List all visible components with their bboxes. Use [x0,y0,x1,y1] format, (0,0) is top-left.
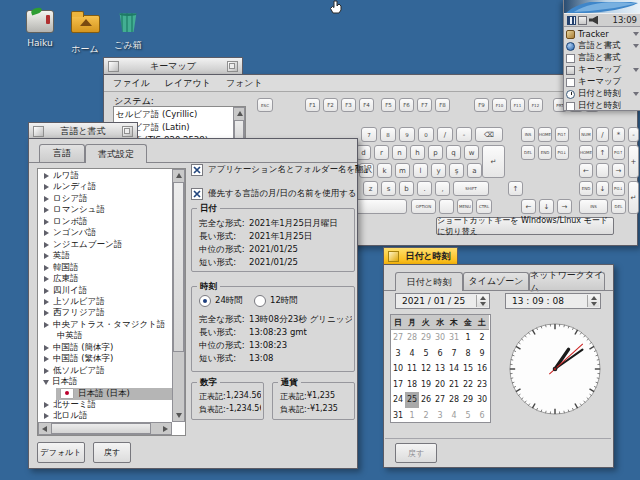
language-list-item[interactable]: 上ソルビア語 [38,296,172,308]
keyboard-key[interactable]: m [395,163,410,178]
keyboard-key[interactable]: l [413,163,428,178]
keyboard-key[interactable]: SHIFT [453,181,489,196]
language-list-item[interactable]: 英語 [38,250,172,262]
desktop-icon-home[interactable]: ホーム [61,7,109,56]
calendar-day[interactable]: 8 [461,346,475,362]
keyboard-key[interactable]: d [356,145,371,160]
haiku-leaf-logo[interactable] [564,0,640,13]
expander-icon[interactable] [633,32,639,36]
month-day-names-checkbox[interactable]: 優先する言語の月/日の名前を使用する [191,188,357,200]
input-method-icon[interactable] [578,16,587,25]
calendar-day[interactable]: 23 [475,377,489,393]
keyboard-key[interactable]: / [596,127,609,142]
calendar-day[interactable]: 13 [433,361,447,377]
keyboard-key[interactable]: F9 [474,98,489,112]
language-list-item[interactable]: ンゴンバ語 [38,227,172,239]
desktop-icon-haiku[interactable]: Haiku [16,7,64,48]
stepper-icon[interactable] [587,295,599,307]
calendar-day[interactable]: 30 [433,330,447,346]
keyboard-key[interactable]: F10 [492,98,507,112]
keyboard-key[interactable]: F5 [381,98,396,112]
keyboard-key[interactable]: F11 [510,98,525,112]
keyboard-key[interactable]: OPTION [411,199,436,214]
calendar-day[interactable]: 7 [447,346,461,362]
keyboard-key[interactable]: 0 [418,127,434,142]
keyboard-key[interactable]: F4 [359,98,374,112]
calendar-day[interactable]: 4 [447,408,461,424]
language-list-item[interactable]: 日本語 (日本) [56,388,172,400]
keyboard-key[interactable]: ESC [257,98,273,112]
keyboard-key[interactable]: END [538,145,552,160]
zoom-icon[interactable] [122,126,133,137]
calendar-day[interactable]: 1 [405,408,419,424]
calendar-day[interactable]: 20 [433,377,447,393]
language-list-item[interactable]: 中央アトラス・タマジクト語 [38,319,172,331]
calendar-day[interactable]: 31 [391,408,405,424]
keyboard-key[interactable]: CTRL [476,199,492,214]
keyboard-key[interactable]: 8 [380,127,396,142]
keyboard-key[interactable]: r [374,145,389,160]
keyboard-key[interactable]: F3 [341,98,356,112]
keyboard-key[interactable]: F8 [435,98,450,112]
keymap-list-item[interactable]: セルビア語 (Cyrillic) [116,109,231,121]
keyboard-key[interactable]: F7 [417,98,432,112]
keyboard-key[interactable]: k [377,163,392,178]
language-list-item[interactable]: 日本語 [38,376,172,388]
keyboard-key[interactable]: → [557,199,572,214]
language-list-hscrollbar[interactable] [38,422,172,435]
keyboard-key[interactable]: F1 [305,98,320,112]
calendar-day[interactable]: 1 [461,330,475,346]
tab-タイムゾーン[interactable]: タイムゾーン [463,272,529,290]
keyboard-key[interactable]: ↓ [596,181,609,196]
zoom-icon[interactable] [227,61,238,72]
language-list-vscrollbar[interactable] [172,169,185,422]
calendar-day[interactable]: 15 [461,361,475,377]
keyboard-key[interactable]: n [392,145,407,160]
keyboard-key[interactable]: z [363,181,378,196]
keyboard-key[interactable]: F6 [399,98,414,112]
language-list-item[interactable]: 中英語 [38,330,172,342]
keyboard-key[interactable]: + [628,145,639,178]
language-list-item[interactable]: 広東語 [38,273,172,285]
keyboard-key[interactable]: s [381,181,396,196]
calendar-day[interactable]: 10 [391,361,405,377]
keyboard-key[interactable]: HOME [538,127,552,142]
revert-button[interactable]: 戻す [395,443,437,463]
menu-ファイル[interactable]: ファイル [113,77,150,90]
date-spinner[interactable]: 2021 / 01 / 25 [395,293,490,309]
calendar-day[interactable]: 4 [405,346,419,362]
keyboard-key[interactable]: b [399,181,414,196]
language-list-item[interactable]: 四川イ語 [38,285,172,297]
calendar-day[interactable]: 31 [447,330,461,346]
keyboard-key[interactable]: , [435,181,450,196]
keyboard-key[interactable]: h [410,145,425,160]
process-controller-icon[interactable] [567,16,576,25]
expander-icon[interactable] [633,92,639,96]
radio-12h[interactable]: 12時間 [254,295,298,307]
keyboard-key[interactable]: w [464,145,479,160]
language-list-item[interactable]: 西フリジア語 [38,307,172,319]
stepper-icon[interactable] [476,295,488,307]
calendar-day[interactable]: 6 [475,408,489,424]
calendar-day[interactable]: 5 [461,408,475,424]
calendar-day[interactable]: 19 [419,377,433,393]
keyboard-key[interactable] [353,199,407,214]
keyboard-key[interactable]: MENU [457,199,473,214]
keyboard-key[interactable]: F2 [323,98,338,112]
language-list-item[interactable]: ルンディ語 [38,181,172,193]
shortcut-mode-button[interactable]: ショートカットキーを Windows/Linux モードに切り替え [436,217,614,235]
language-list-item[interactable]: ロマンシュ語 [38,204,172,216]
keyboard-key[interactable]: ş [449,163,464,178]
menu-レイアウト[interactable]: レイアウト [165,77,211,90]
menu-フォント[interactable]: フォント [226,77,263,90]
calendar-day[interactable]: 14 [447,361,461,377]
calendar-day[interactable]: 28 [405,330,419,346]
calendar-day[interactable]: 2 [419,408,433,424]
keyboard-key[interactable]: . [417,181,432,196]
language-list[interactable]: ルワ語ルンディ語ロシア語ロマンシュ語ロンボ語ンゴンバ語ンジエムブーン語英語韓国語… [37,168,186,436]
deskbar-clock[interactable]: 13:09 [613,15,638,25]
default-button[interactable]: デフォルト [37,442,85,463]
deskbar-item[interactable]: 日付と時刻 [566,100,639,112]
datetime-window-titlebar[interactable]: 日付と時刻 [383,247,458,264]
keyboard-key[interactable]: ↑ [508,181,523,196]
